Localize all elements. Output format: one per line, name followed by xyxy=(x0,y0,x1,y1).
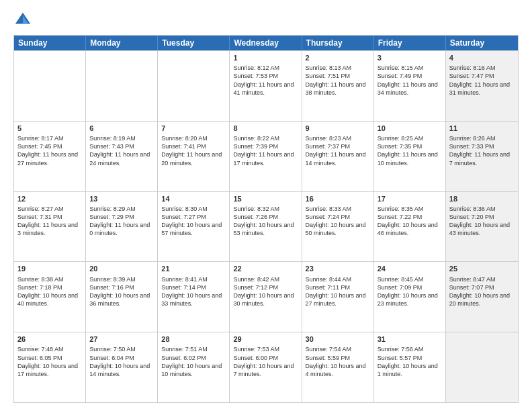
cell-info: Sunrise: 7:53 AM Sunset: 6:00 PM Dayligh… xyxy=(233,345,298,378)
cell-info: Sunrise: 8:42 AM Sunset: 7:12 PM Dayligh… xyxy=(233,275,298,308)
cell-info: Sunrise: 8:41 AM Sunset: 7:14 PM Dayligh… xyxy=(161,275,226,308)
cell-info: Sunrise: 7:50 AM Sunset: 6:04 PM Dayligh… xyxy=(89,345,154,378)
cell-info: Sunrise: 8:16 AM Sunset: 7:47 PM Dayligh… xyxy=(449,64,515,97)
day-number: 6 xyxy=(89,124,154,133)
calendar-row-1: 5Sunrise: 8:17 AM Sunset: 7:45 PM Daylig… xyxy=(14,121,518,191)
day-number: 8 xyxy=(233,124,298,133)
day-header-friday: Friday xyxy=(374,36,446,50)
logo-icon xyxy=(13,11,32,30)
cell-info: Sunrise: 8:17 AM Sunset: 7:45 PM Dayligh… xyxy=(17,134,82,167)
cell-info: Sunrise: 8:22 AM Sunset: 7:39 PM Dayligh… xyxy=(233,134,298,167)
calendar-cell: 23Sunrise: 8:44 AM Sunset: 7:11 PM Dayli… xyxy=(302,262,374,332)
day-number: 22 xyxy=(233,264,298,273)
calendar-cell: 25Sunrise: 8:47 AM Sunset: 7:07 PM Dayli… xyxy=(446,262,518,332)
cell-info: Sunrise: 8:15 AM Sunset: 7:49 PM Dayligh… xyxy=(378,64,442,97)
day-number: 17 xyxy=(378,194,442,203)
calendar-cell: 17Sunrise: 8:35 AM Sunset: 7:22 PM Dayli… xyxy=(374,192,446,262)
day-number: 3 xyxy=(378,53,442,62)
cell-info: Sunrise: 8:26 AM Sunset: 7:33 PM Dayligh… xyxy=(449,134,515,167)
cell-info: Sunrise: 7:54 AM Sunset: 5:59 PM Dayligh… xyxy=(306,345,370,378)
calendar-cell: 12Sunrise: 8:27 AM Sunset: 7:31 PM Dayli… xyxy=(14,192,86,262)
day-number: 30 xyxy=(306,334,370,344)
day-number: 13 xyxy=(89,194,154,203)
cell-info: Sunrise: 8:36 AM Sunset: 7:20 PM Dayligh… xyxy=(449,205,515,238)
cell-info: Sunrise: 7:56 AM Sunset: 5:57 PM Dayligh… xyxy=(378,345,442,378)
day-number: 20 xyxy=(89,264,154,273)
calendar-row-3: 19Sunrise: 8:38 AM Sunset: 7:18 PM Dayli… xyxy=(14,261,518,332)
day-header-saturday: Saturday xyxy=(446,36,518,50)
logo xyxy=(13,11,35,30)
calendar-cell: 29Sunrise: 7:53 AM Sunset: 6:00 PM Dayli… xyxy=(230,332,302,402)
day-number: 14 xyxy=(161,194,226,203)
calendar-cell xyxy=(86,51,158,121)
calendar-cell: 19Sunrise: 8:38 AM Sunset: 7:18 PM Dayli… xyxy=(14,262,86,332)
calendar-cell: 1Sunrise: 8:12 AM Sunset: 7:53 PM Daylig… xyxy=(230,51,302,121)
header xyxy=(13,11,519,30)
calendar-cell: 7Sunrise: 8:20 AM Sunset: 7:41 PM Daylig… xyxy=(158,122,230,191)
calendar-cell: 5Sunrise: 8:17 AM Sunset: 7:45 PM Daylig… xyxy=(14,122,86,191)
day-number: 4 xyxy=(449,53,515,62)
calendar-cell: 2Sunrise: 8:13 AM Sunset: 7:51 PM Daylig… xyxy=(302,51,374,121)
day-number: 26 xyxy=(17,334,82,344)
cell-info: Sunrise: 8:25 AM Sunset: 7:35 PM Dayligh… xyxy=(378,134,442,167)
cell-info: Sunrise: 8:33 AM Sunset: 7:24 PM Dayligh… xyxy=(306,205,370,238)
day-header-monday: Monday xyxy=(86,36,158,50)
day-number: 25 xyxy=(449,264,515,273)
cell-info: Sunrise: 8:32 AM Sunset: 7:26 PM Dayligh… xyxy=(233,205,298,238)
calendar-cell: 3Sunrise: 8:15 AM Sunset: 7:49 PM Daylig… xyxy=(374,51,446,121)
calendar-cell: 18Sunrise: 8:36 AM Sunset: 7:20 PM Dayli… xyxy=(446,192,518,262)
day-header-sunday: Sunday xyxy=(14,36,86,50)
day-number: 19 xyxy=(17,264,82,273)
cell-info: Sunrise: 8:30 AM Sunset: 7:27 PM Dayligh… xyxy=(161,205,226,238)
cell-info: Sunrise: 8:20 AM Sunset: 7:41 PM Dayligh… xyxy=(161,134,226,167)
calendar-cell: 22Sunrise: 8:42 AM Sunset: 7:12 PM Dayli… xyxy=(230,262,302,332)
cell-info: Sunrise: 8:44 AM Sunset: 7:11 PM Dayligh… xyxy=(306,275,370,308)
cell-info: Sunrise: 8:12 AM Sunset: 7:53 PM Dayligh… xyxy=(233,64,298,97)
calendar-cell: 13Sunrise: 8:29 AM Sunset: 7:29 PM Dayli… xyxy=(86,192,158,262)
calendar-cell xyxy=(158,51,230,121)
day-number: 7 xyxy=(161,124,226,133)
calendar: SundayMondayTuesdayWednesdayThursdayFrid… xyxy=(13,35,519,403)
calendar-cell: 10Sunrise: 8:25 AM Sunset: 7:35 PM Dayli… xyxy=(374,122,446,191)
cell-info: Sunrise: 7:48 AM Sunset: 6:05 PM Dayligh… xyxy=(17,345,82,378)
day-number: 2 xyxy=(306,53,370,62)
cell-info: Sunrise: 8:13 AM Sunset: 7:51 PM Dayligh… xyxy=(306,64,370,97)
calendar-cell: 30Sunrise: 7:54 AM Sunset: 5:59 PM Dayli… xyxy=(302,332,374,402)
calendar-cell: 6Sunrise: 8:19 AM Sunset: 7:43 PM Daylig… xyxy=(86,122,158,191)
calendar-cell: 28Sunrise: 7:51 AM Sunset: 6:02 PM Dayli… xyxy=(158,332,230,402)
day-number: 12 xyxy=(17,194,82,203)
day-header-thursday: Thursday xyxy=(302,36,374,50)
cell-info: Sunrise: 8:23 AM Sunset: 7:37 PM Dayligh… xyxy=(306,134,370,167)
calendar-cell: 15Sunrise: 8:32 AM Sunset: 7:26 PM Dayli… xyxy=(230,192,302,262)
day-number: 29 xyxy=(233,334,298,344)
page: SundayMondayTuesdayWednesdayThursdayFrid… xyxy=(0,0,532,411)
calendar-cell: 14Sunrise: 8:30 AM Sunset: 7:27 PM Dayli… xyxy=(158,192,230,262)
calendar-cell: 8Sunrise: 8:22 AM Sunset: 7:39 PM Daylig… xyxy=(230,122,302,191)
day-number: 28 xyxy=(161,334,226,344)
cell-info: Sunrise: 8:47 AM Sunset: 7:07 PM Dayligh… xyxy=(449,275,515,308)
calendar-cell: 11Sunrise: 8:26 AM Sunset: 7:33 PM Dayli… xyxy=(446,122,518,191)
cell-info: Sunrise: 8:45 AM Sunset: 7:09 PM Dayligh… xyxy=(378,275,442,308)
calendar-cell: 31Sunrise: 7:56 AM Sunset: 5:57 PM Dayli… xyxy=(374,332,446,402)
day-number: 16 xyxy=(306,194,370,203)
day-number: 5 xyxy=(17,124,82,133)
calendar-cell xyxy=(446,332,518,402)
cell-info: Sunrise: 8:39 AM Sunset: 7:16 PM Dayligh… xyxy=(89,275,154,308)
day-number: 23 xyxy=(306,264,370,273)
calendar-cell: 20Sunrise: 8:39 AM Sunset: 7:16 PM Dayli… xyxy=(86,262,158,332)
calendar-cell: 4Sunrise: 8:16 AM Sunset: 7:47 PM Daylig… xyxy=(446,51,518,121)
calendar-row-4: 26Sunrise: 7:48 AM Sunset: 6:05 PM Dayli… xyxy=(14,332,518,402)
calendar-body: 1Sunrise: 8:12 AM Sunset: 7:53 PM Daylig… xyxy=(14,50,518,402)
day-number: 10 xyxy=(378,124,442,133)
day-number: 21 xyxy=(161,264,226,273)
calendar-row-2: 12Sunrise: 8:27 AM Sunset: 7:31 PM Dayli… xyxy=(14,191,518,262)
day-number: 9 xyxy=(306,124,370,133)
day-number: 11 xyxy=(449,124,515,133)
calendar-cell: 26Sunrise: 7:48 AM Sunset: 6:05 PM Dayli… xyxy=(14,332,86,402)
calendar-cell: 27Sunrise: 7:50 AM Sunset: 6:04 PM Dayli… xyxy=(86,332,158,402)
cell-info: Sunrise: 8:38 AM Sunset: 7:18 PM Dayligh… xyxy=(17,275,82,308)
calendar-cell xyxy=(14,51,86,121)
cell-info: Sunrise: 7:51 AM Sunset: 6:02 PM Dayligh… xyxy=(161,345,226,378)
cell-info: Sunrise: 8:19 AM Sunset: 7:43 PM Dayligh… xyxy=(89,134,154,167)
day-header-tuesday: Tuesday xyxy=(158,36,230,50)
